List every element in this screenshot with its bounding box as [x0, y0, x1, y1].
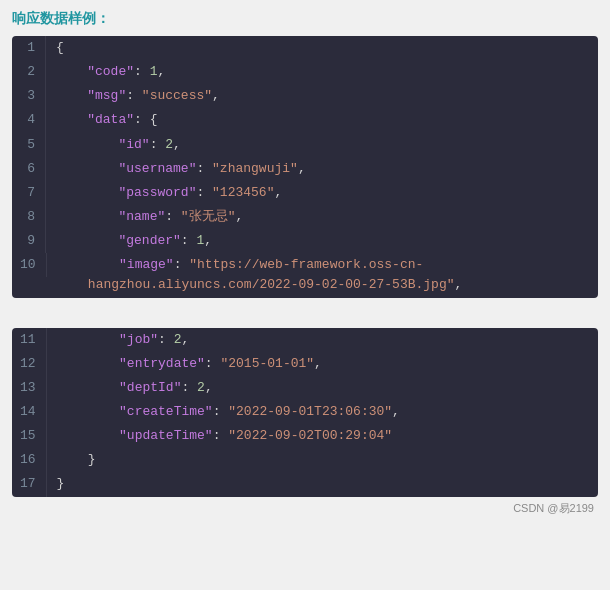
line-content: "username": "zhangwuji", — [46, 157, 598, 181]
code-line: 10 "image": "https://web-framework.oss-c… — [12, 253, 598, 297]
code-lines-2: 11 "job": 2,12 "entrydate": "2015-01-01"… — [12, 328, 598, 497]
line-content: "code": 1, — [46, 60, 598, 84]
line-number: 10 — [12, 253, 47, 277]
line-content: "updateTime": "2022-09-02T00:29:04" — [47, 424, 598, 448]
line-number: 16 — [12, 448, 47, 472]
line-number: 2 — [12, 60, 46, 84]
line-number: 4 — [12, 108, 46, 132]
line-content: "entrydate": "2015-01-01", — [47, 352, 598, 376]
code-line: 5 "id": 2, — [12, 133, 598, 157]
line-number: 12 — [12, 352, 47, 376]
line-content: "deptId": 2, — [47, 376, 598, 400]
code-block-2: 11 "job": 2,12 "entrydate": "2015-01-01"… — [12, 328, 598, 497]
line-number: 8 — [12, 205, 46, 229]
line-number: 7 — [12, 181, 46, 205]
code-line: 1{ — [12, 36, 598, 60]
code-lines-1: 1{2 "code": 1,3 "msg": "success",4 "data… — [12, 36, 598, 298]
line-content: "image": "https://web-framework.oss-cn- … — [47, 253, 598, 297]
watermark: CSDN @易2199 — [12, 501, 598, 520]
line-content: "gender": 1, — [46, 229, 598, 253]
code-line: 17} — [12, 472, 598, 496]
page-wrapper: 响应数据样例： 1{2 "code": 1,3 "msg": "success"… — [0, 0, 610, 530]
line-number: 3 — [12, 84, 46, 108]
line-content: "id": 2, — [46, 133, 598, 157]
code-line: 2 "code": 1, — [12, 60, 598, 84]
line-number: 5 — [12, 133, 46, 157]
line-number: 13 — [12, 376, 47, 400]
code-line: 14 "createTime": "2022-09-01T23:06:30", — [12, 400, 598, 424]
line-content: } — [47, 472, 598, 496]
code-line: 3 "msg": "success", — [12, 84, 598, 108]
line-number: 1 — [12, 36, 46, 60]
line-number: 15 — [12, 424, 47, 448]
line-content: "msg": "success", — [46, 84, 598, 108]
line-content: "name": "张无忌", — [46, 205, 598, 229]
code-line: 4 "data": { — [12, 108, 598, 132]
code-line: 7 "password": "123456", — [12, 181, 598, 205]
line-content: "password": "123456", — [46, 181, 598, 205]
line-number: 17 — [12, 472, 47, 496]
code-line: 16 } — [12, 448, 598, 472]
code-line: 8 "name": "张无忌", — [12, 205, 598, 229]
code-line: 12 "entrydate": "2015-01-01", — [12, 352, 598, 376]
line-content: } — [47, 448, 598, 472]
section-label: 响应数据样例： — [12, 10, 598, 28]
line-content: "data": { — [46, 108, 598, 132]
line-number: 9 — [12, 229, 46, 253]
line-content: { — [46, 36, 598, 60]
line-number: 14 — [12, 400, 47, 424]
code-line: 11 "job": 2, — [12, 328, 598, 352]
code-line: 15 "updateTime": "2022-09-02T00:29:04" — [12, 424, 598, 448]
line-content: "createTime": "2022-09-01T23:06:30", — [47, 400, 598, 424]
code-line: 13 "deptId": 2, — [12, 376, 598, 400]
line-content: "job": 2, — [47, 328, 598, 352]
line-number: 11 — [12, 328, 47, 352]
gap — [12, 312, 598, 328]
code-block-1: 1{2 "code": 1,3 "msg": "success",4 "data… — [12, 36, 598, 298]
line-number: 6 — [12, 157, 46, 181]
code-line: 6 "username": "zhangwuji", — [12, 157, 598, 181]
code-line: 9 "gender": 1, — [12, 229, 598, 253]
